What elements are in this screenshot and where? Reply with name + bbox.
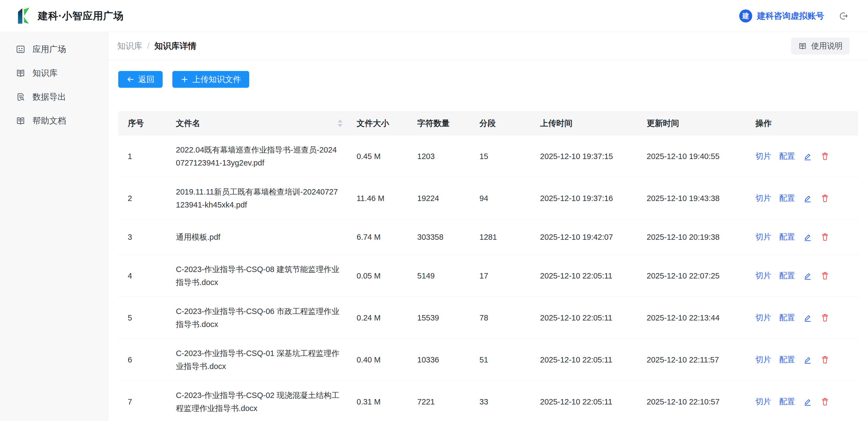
config-link[interactable]: 配置 bbox=[779, 270, 795, 281]
logout-icon[interactable] bbox=[838, 10, 849, 21]
trash-icon[interactable] bbox=[820, 232, 830, 242]
config-link[interactable]: 配置 bbox=[779, 354, 795, 365]
sidebar-item-help-docs[interactable]: 帮助文档 bbox=[0, 109, 108, 133]
main-area: 知识库 / 知识库详情 使用说明 bbox=[108, 32, 868, 421]
edit-pencil-icon[interactable] bbox=[803, 355, 812, 364]
char-count: 10336 bbox=[417, 356, 479, 364]
file-name: C-2023-作业指导书-CSQ-01 深基坑工程监理作业指导书.docx bbox=[176, 339, 356, 381]
file-name: 2022.04既有幕墙巡查作业指导书-巡查员-20240727123941-13… bbox=[176, 136, 356, 177]
sort-carets-icon[interactable] bbox=[338, 119, 343, 127]
trash-icon[interactable] bbox=[820, 271, 830, 280]
sort-descending-icon[interactable] bbox=[338, 124, 343, 127]
segment-count: 17 bbox=[479, 272, 540, 280]
table-header-row: 序号 文件名 文件大小 字符数量 分段 上传时间 更新时间 操作 bbox=[118, 111, 858, 136]
row-operations: 切片 配置 bbox=[755, 396, 858, 407]
sort-ascending-icon[interactable] bbox=[338, 119, 343, 122]
file-name: C-2023-作业指导书-CSQ-06 市政工程监理作业指导书.docx bbox=[176, 297, 356, 339]
file-size: 6.74 M bbox=[356, 233, 417, 242]
row-operations: 切片 配置 bbox=[755, 270, 858, 281]
upload-time: 2025-12-10 22:05:11 bbox=[540, 397, 647, 406]
col-header-filesize: 文件大小 bbox=[356, 118, 417, 129]
slice-link[interactable]: 切片 bbox=[755, 232, 771, 243]
sidebar-item-label: 数据导出 bbox=[32, 91, 66, 103]
plus-icon bbox=[181, 75, 189, 83]
edit-pencil-icon[interactable] bbox=[803, 313, 812, 322]
edit-pencil-icon[interactable] bbox=[803, 232, 812, 242]
file-size: 0.05 M bbox=[356, 272, 417, 280]
slice-link[interactable]: 切片 bbox=[755, 270, 771, 281]
col-header-charcount: 字符数量 bbox=[417, 118, 479, 129]
slice-link[interactable]: 切片 bbox=[755, 151, 771, 162]
row-index: 2 bbox=[128, 194, 176, 203]
config-link[interactable]: 配置 bbox=[779, 232, 795, 243]
edit-pencil-icon[interactable] bbox=[803, 194, 812, 203]
config-link[interactable]: 配置 bbox=[779, 151, 795, 162]
file-size: 0.31 M bbox=[356, 397, 417, 406]
slice-link[interactable]: 切片 bbox=[755, 193, 771, 204]
trash-icon[interactable] bbox=[820, 397, 830, 406]
row-operations: 切片 配置 bbox=[755, 354, 858, 365]
book-icon bbox=[798, 42, 807, 50]
table-row: 1 2022.04既有幕墙巡查作业指导书-巡查员-20240727123941-… bbox=[118, 136, 858, 177]
update-time: 2025-12-10 19:43:38 bbox=[647, 194, 755, 203]
table-row: 4 C-2023-作业指导书-CSQ-08 建筑节能监理作业指导书.docx 0… bbox=[118, 255, 858, 297]
row-index: 4 bbox=[128, 272, 176, 280]
trash-icon[interactable] bbox=[820, 194, 830, 203]
col-header-filename: 文件名 bbox=[176, 118, 356, 129]
row-index: 6 bbox=[128, 356, 176, 364]
edit-pencil-icon[interactable] bbox=[803, 397, 812, 406]
col-header-updatetime: 更新时间 bbox=[647, 118, 755, 129]
update-time: 2025-12-10 22:10:57 bbox=[647, 397, 755, 406]
sidebar-item-data-export[interactable]: 数据导出 bbox=[0, 85, 108, 109]
segment-count: 15 bbox=[479, 152, 540, 161]
upload-time: 2025-12-10 19:37:16 bbox=[540, 194, 647, 203]
row-operations: 切片 配置 bbox=[755, 312, 858, 323]
trash-icon[interactable] bbox=[820, 355, 830, 364]
slice-link[interactable]: 切片 bbox=[755, 354, 771, 365]
segment-count: 33 bbox=[479, 397, 540, 406]
account-area[interactable]: 建 建科咨询虚拟账号 bbox=[739, 9, 849, 23]
file-name: C-2023-作业指导书-CSQ-02 现浇混凝土结构工程监理作业指导书.doc… bbox=[176, 381, 356, 421]
slice-link[interactable]: 切片 bbox=[755, 312, 771, 323]
upload-time: 2025-12-10 22:05:11 bbox=[540, 313, 647, 322]
sidebar-item-app-plaza[interactable]: 应用广场 bbox=[0, 37, 108, 61]
row-operations: 切片 配置 bbox=[755, 232, 858, 243]
usage-guide-label: 使用说明 bbox=[811, 40, 843, 52]
update-time: 2025-12-10 19:40:55 bbox=[647, 152, 755, 161]
segment-count: 78 bbox=[479, 313, 540, 322]
usage-guide-button[interactable]: 使用说明 bbox=[791, 38, 849, 54]
update-time: 2025-12-10 22:07:25 bbox=[647, 272, 755, 280]
sidebar-item-knowledge-base[interactable]: 知识库 bbox=[0, 61, 108, 85]
file-size: 0.40 M bbox=[356, 356, 417, 364]
sidebar-item-label: 帮助文档 bbox=[32, 115, 66, 127]
upload-knowledge-file-button[interactable]: 上传知识文件 bbox=[173, 71, 249, 88]
file-name: C-2023-作业指导书-CSQ-08 建筑节能监理作业指导书.docx bbox=[176, 255, 356, 297]
segment-count: 51 bbox=[479, 356, 540, 364]
file-size: 0.24 M bbox=[356, 313, 417, 322]
upload-button-label: 上传知识文件 bbox=[192, 74, 241, 85]
breadcrumb-parent[interactable]: 知识库 bbox=[117, 40, 142, 52]
config-link[interactable]: 配置 bbox=[779, 312, 795, 323]
row-operations: 切片 配置 bbox=[755, 151, 858, 162]
slice-link[interactable]: 切片 bbox=[755, 396, 771, 407]
breadcrumb-separator: / bbox=[147, 41, 150, 51]
update-time: 2025-12-10 20:19:38 bbox=[647, 233, 755, 242]
table-row: 6 C-2023-作业指导书-CSQ-01 深基坑工程监理作业指导书.docx … bbox=[118, 339, 858, 381]
row-index: 5 bbox=[128, 313, 176, 322]
table-row: 5 C-2023-作业指导书-CSQ-06 市政工程监理作业指导书.docx 0… bbox=[118, 297, 858, 339]
book-icon bbox=[16, 68, 25, 78]
col-header-index: 序号 bbox=[128, 118, 176, 129]
sidebar: 应用广场 知识库 数据导出 bbox=[0, 32, 108, 421]
sidebar-item-label: 应用广场 bbox=[32, 44, 66, 55]
edit-pencil-icon[interactable] bbox=[803, 271, 812, 280]
trash-icon[interactable] bbox=[820, 152, 830, 161]
edit-pencil-icon[interactable] bbox=[803, 152, 812, 161]
top-header: 建科·小智应用广场 建 建科咨询虚拟账号 bbox=[0, 0, 868, 32]
char-count: 7221 bbox=[417, 397, 479, 406]
config-link[interactable]: 配置 bbox=[779, 396, 795, 407]
config-link[interactable]: 配置 bbox=[779, 193, 795, 204]
trash-icon[interactable] bbox=[820, 313, 830, 322]
back-button[interactable]: 返回 bbox=[118, 71, 163, 88]
file-name: 2019.11.11新员工既有幕墙检查培训-20240727123941-kh4… bbox=[176, 177, 356, 219]
app-logo-icon bbox=[17, 7, 32, 24]
